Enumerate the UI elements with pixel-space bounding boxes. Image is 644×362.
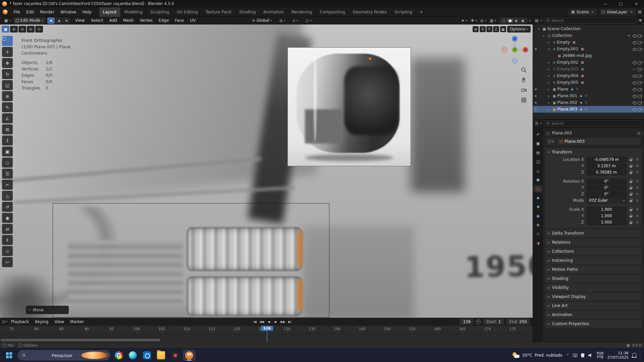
outliner-item-label[interactable]: Empty.005: [557, 80, 578, 85]
shrink-fatten-tool[interactable]: ↕: [2, 235, 13, 245]
outliner-row[interactable]: ▸ ✛ Empty.005 ▦: [533, 79, 644, 86]
tray-volume-icon[interactable]: [588, 353, 593, 357]
transform-panel-header[interactable]: ▾ Transform: [545, 148, 642, 156]
disclosure-arrow[interactable]: ▸: [548, 101, 551, 104]
vertex-select-mode[interactable]: ▪: [47, 17, 55, 24]
viewport-menu-item[interactable]: Add: [106, 17, 120, 24]
timeline[interactable]: ◷ ▾ PlaybackKeyingViewMarker |◀◀◀◀▶▶▶▶| …: [0, 318, 533, 342]
tray-camera-icon[interactable]: [573, 354, 577, 357]
select-difference[interactable]: ⊘: [27, 26, 35, 33]
outliner-row[interactable]: ▾ □ Collection: [533, 32, 644, 39]
pan-hand-icon[interactable]: [521, 77, 527, 83]
spin-tool[interactable]: ↺: [2, 202, 13, 212]
plane-object-outline[interactable]: [53, 203, 329, 317]
outliner-search[interactable]: [544, 17, 637, 23]
value-field[interactable]: 0° ▾: [586, 191, 627, 197]
edge-icon[interactable]: [126, 350, 139, 361]
constraints-tab[interactable]: ⊗: [534, 221, 542, 229]
render-camera-icon[interactable]: [637, 80, 643, 85]
lock-icon[interactable]: [628, 214, 634, 218]
datablock-type-button[interactable]: ▽ ▾: [546, 138, 555, 145]
mirror-reference-image[interactable]: [287, 47, 411, 166]
show-desktop-button[interactable]: [640, 350, 641, 361]
next-keyframe[interactable]: ▶▶: [280, 318, 286, 325]
outliner-row[interactable]: ▦ 26986-mid.jpg: [533, 52, 644, 59]
modifiers-tab[interactable]: ◆: [534, 194, 542, 201]
render-camera-icon[interactable]: [637, 47, 643, 52]
disclosure-arrow[interactable]: ▸: [548, 88, 551, 91]
outliner-row[interactable]: ▸ ✛ Empty ▦: [533, 39, 644, 46]
outliner-item-label[interactable]: Plane: [557, 87, 568, 92]
ortho-grid-icon[interactable]: [521, 97, 527, 103]
outliner-row[interactable]: ▸ ▦ Plane.001 ◆ ▽: [533, 93, 644, 99]
topbar-menu-item[interactable]: Edit: [23, 8, 37, 16]
animate-dot[interactable]: [636, 171, 638, 173]
snap-dropdown[interactable]: ∩ ▾: [290, 17, 301, 24]
outliner-editor-icon[interactable]: ▤: [535, 18, 538, 23]
jump-to-end[interactable]: ▶|: [287, 318, 293, 325]
operator-panel-move[interactable]: ▸ Move: [26, 306, 69, 314]
select-box-tool[interactable]: ▢: [2, 36, 13, 46]
rip-region-tool[interactable]: ✄: [2, 257, 13, 267]
particles-tab[interactable]: ✱: [534, 203, 542, 210]
poly-build-tool[interactable]: △: [2, 191, 13, 201]
breadcrumb-object-name[interactable]: Plane.003: [552, 131, 572, 135]
play-reverse[interactable]: ◀: [266, 318, 272, 325]
minimize-button[interactable]: —: [598, 0, 613, 7]
value-field[interactable]: 3.1307 m ▾: [586, 163, 627, 169]
smooth-tool[interactable]: ◉: [2, 213, 13, 223]
outliner[interactable]: ▾ ▦ Scene Collection: [533, 24, 644, 119]
timeline-menu-item[interactable]: Playback: [8, 318, 32, 325]
physics-tab[interactable]: ◉: [534, 212, 542, 220]
lock-icon[interactable]: [628, 220, 634, 225]
inset-tool[interactable]: ▣: [2, 146, 13, 157]
properties-section[interactable]: ▸ Shading: [545, 275, 642, 283]
viewport-menu-item[interactable]: Vertex: [137, 17, 156, 24]
timeline-editor-icon[interactable]: ◷: [2, 319, 5, 324]
wireframe-shading[interactable]: ○: [501, 19, 506, 22]
outliner-row[interactable]: ▸ ▦ Plane ◆ ▽: [533, 86, 644, 93]
scene-tab[interactable]: △: [534, 167, 542, 174]
workspace-tab[interactable]: Compositing: [316, 7, 349, 17]
pin-icon[interactable]: ◎: [637, 131, 641, 135]
orientation-dropdown[interactable]: ✛ Global ▾: [250, 17, 274, 24]
render-camera-icon[interactable]: [637, 100, 643, 105]
viewport-menu-item[interactable]: Select: [88, 17, 106, 24]
animate-dot[interactable]: [636, 187, 638, 189]
value-field[interactable]: 1.000 ▾: [586, 207, 627, 213]
add-workspace-button[interactable]: +: [416, 10, 426, 14]
timeline-menu-item[interactable]: Keying: [32, 318, 51, 325]
viewlayer-selector[interactable]: ❏ ViewLayer ×: [599, 9, 636, 15]
outliner-row[interactable]: ▸ ▦ Plane.002 ◆ ▽: [533, 99, 644, 106]
screen-layout-icon[interactable]: ▤: [638, 10, 641, 14]
edge-slide-tool[interactable]: ⇄: [2, 224, 13, 234]
lock-icon[interactable]: [628, 157, 634, 162]
bevel-tool[interactable]: ◇: [2, 158, 13, 168]
pivot-dropdown[interactable]: ◎ ▾: [277, 17, 288, 24]
properties-editor-icon[interactable]: ☰: [535, 121, 538, 126]
lock-icon[interactable]: [628, 192, 634, 196]
outliner-item-label[interactable]: Empty.002: [557, 60, 578, 65]
render-tab[interactable]: ▣: [534, 140, 542, 147]
render-camera-icon[interactable]: [637, 60, 643, 65]
disclosure-arrow[interactable]: ▸: [548, 81, 551, 84]
outliner-row[interactable]: ▾ ✛ Empty.001 ▦: [533, 46, 644, 52]
workspace-tab[interactable]: UV Editing: [173, 7, 202, 17]
properties-section[interactable]: ▸ Animation: [545, 311, 642, 319]
render-camera-icon[interactable]: [637, 94, 643, 99]
properties-section[interactable]: ▸ Collections: [545, 247, 642, 255]
visibility-eye-icon[interactable]: [632, 67, 637, 72]
disclosure-arrow[interactable]: ▸: [548, 108, 551, 111]
timeline-menu-item[interactable]: Marker: [67, 318, 87, 325]
gizmo-y-ball[interactable]: Y: [512, 47, 518, 53]
rotate-tool[interactable]: ↻: [2, 69, 13, 79]
measure-tool[interactable]: ∠: [2, 113, 13, 123]
viewport-menu-item[interactable]: View: [72, 17, 88, 24]
outlook-icon[interactable]: [141, 350, 153, 361]
animate-dot[interactable]: [636, 180, 638, 182]
workspace-tab[interactable]: Shading: [235, 7, 260, 17]
loop-cut-tool[interactable]: ☰: [2, 169, 13, 179]
weather-widget[interactable]: 20°C Pred. nublado: [512, 352, 562, 359]
animate-dot[interactable]: [636, 208, 638, 210]
material-shading[interactable]: ◐: [514, 19, 519, 22]
